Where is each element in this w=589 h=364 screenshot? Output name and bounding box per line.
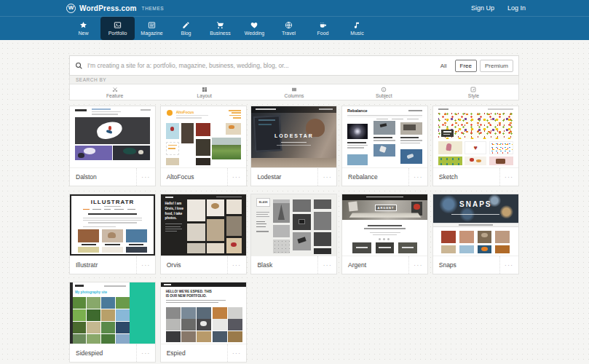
theme-card-dalston[interactable]: Dalston ···	[69, 106, 156, 186]
theme-title: Snaps	[433, 261, 499, 269]
brand-suffix: THEMES	[142, 6, 165, 11]
wordpress-w-icon: W	[66, 4, 76, 13]
theme-title: Lodestar	[251, 173, 317, 181]
theme-title: Illustratr	[70, 261, 136, 269]
theme-menu-button[interactable]: ···	[499, 168, 518, 186]
theme-thumbnail-argent: ARGENT	[342, 194, 427, 256]
layout-icon	[202, 87, 207, 92]
theme-title: Sidespied	[70, 349, 136, 357]
login-link[interactable]: Log In	[507, 4, 526, 12]
search-by-bar: SEARCH BY	[69, 76, 519, 84]
filter-premium-button[interactable]: Premium	[480, 60, 513, 72]
theme-title: Orvis	[161, 261, 227, 269]
search-by-label: SEARCH BY	[76, 77, 106, 82]
theme-title: Sketch	[433, 173, 499, 181]
nav-item-blog[interactable]: Blog	[169, 17, 203, 40]
theme-menu-button[interactable]: ···	[227, 344, 246, 362]
filter-columns[interactable]: Columns	[249, 84, 339, 100]
music-icon	[353, 21, 361, 29]
theme-menu-button[interactable]: ···	[136, 256, 155, 274]
nav-item-music[interactable]: Music	[340, 17, 374, 40]
theme-menu-button[interactable]: ···	[499, 256, 518, 274]
theme-title: Blask	[251, 261, 317, 269]
star-icon	[79, 21, 87, 29]
signup-link[interactable]: Sign Up	[471, 4, 494, 12]
theme-title: AltoFocus	[161, 173, 227, 181]
magazine-icon	[148, 21, 156, 29]
nav-item-portfolio[interactable]: Portfolio	[100, 17, 135, 40]
nav-item-business[interactable]: Business	[203, 17, 237, 40]
feature-icon	[112, 87, 118, 92]
theme-card-snaps[interactable]: SNAPS Snaps ···	[432, 194, 519, 274]
nav-item-new[interactable]: New	[66, 17, 100, 40]
portfolio-icon	[114, 21, 122, 29]
theme-thumbnail-espied: HELLO! WE'RE ESPIED. THIS IS OUR NEW POR…	[161, 282, 246, 344]
cart-icon	[216, 21, 224, 29]
theme-thumbnail-orvis: Hello! I am Orvis, I love food, I take p…	[161, 194, 246, 256]
theme-menu-button[interactable]: ···	[227, 256, 246, 274]
filter-all-button[interactable]: All	[435, 60, 452, 72]
theme-thumbnail-blask: BLASK	[251, 194, 336, 256]
theme-card-sketch[interactable]: ♥ Sketch ···	[432, 106, 519, 186]
filter-subject[interactable]: Subject	[339, 84, 429, 100]
theme-menu-button[interactable]: ···	[317, 168, 336, 186]
theme-card-sidespied[interactable]: My photography site Sidespied	[69, 282, 156, 363]
top-header: W WordPress.com THEMES Sign Up Log In	[0, 0, 589, 16]
category-nav: New Portfolio Magazine Blog Business Wed…	[0, 16, 589, 40]
theme-menu-button[interactable]: ···	[317, 256, 336, 274]
theme-thumbnail-snaps: SNAPS	[433, 194, 518, 256]
columns-icon	[291, 87, 297, 92]
theme-menu-button[interactable]: ···	[408, 168, 427, 186]
search-input[interactable]	[87, 62, 435, 69]
theme-thumbnail-illustratr: ILLUSTRATR	[70, 194, 155, 256]
theme-card-illustratr[interactable]: ILLUSTRATR	[69, 194, 156, 274]
theme-title: Argent	[342, 261, 408, 269]
theme-thumbnail-dalston	[70, 106, 155, 167]
theme-search-bar: All Free Premium	[69, 55, 519, 76]
wordpress-logo[interactable]: W WordPress.com THEMES	[66, 4, 164, 13]
search-by-filters: Feature Layout Columns Subject Style	[69, 84, 519, 100]
filter-free-button[interactable]: Free	[455, 60, 477, 72]
theme-thumbnail-altofocus: AltoFocus	[161, 106, 246, 167]
heart-icon	[250, 21, 258, 29]
brand-name: WordPress.com	[79, 4, 137, 12]
theme-title: Espied	[161, 349, 227, 357]
theme-card-espied[interactable]: HELLO! WE'RE ESPIED. THIS IS OUR NEW POR…	[160, 282, 247, 363]
theme-menu-button[interactable]: ···	[136, 168, 155, 186]
nav-item-magazine[interactable]: Magazine	[135, 17, 169, 40]
theme-card-altofocus[interactable]: AltoFocus	[160, 106, 247, 186]
theme-menu-button[interactable]: ···	[136, 344, 155, 362]
theme-title: Dalston	[70, 173, 136, 181]
search-icon	[75, 62, 83, 70]
nav-item-travel[interactable]: Travel	[272, 17, 306, 40]
theme-thumbnail-rebalance: Rebalance	[342, 106, 427, 167]
filter-layout[interactable]: Layout	[159, 84, 249, 100]
theme-grid: Dalston ··· AltoFocus	[69, 106, 519, 363]
theme-menu-button[interactable]: ···	[227, 168, 246, 186]
theme-card-orvis[interactable]: Hello! I am Orvis, I love food, I take p…	[160, 194, 247, 274]
nav-item-wedding[interactable]: Wedding	[237, 17, 272, 40]
theme-thumbnail-sketch: ♥	[433, 106, 518, 167]
theme-title: Rebalance	[342, 173, 408, 181]
theme-thumbnail-sidespied: My photography site	[70, 282, 155, 344]
theme-thumbnail-lodestar: LODESTAR	[251, 106, 336, 167]
filter-feature[interactable]: Feature	[70, 84, 159, 100]
blog-icon	[182, 21, 190, 29]
theme-card-rebalance[interactable]: Rebalance	[341, 106, 428, 186]
theme-card-blask[interactable]: BLASK	[250, 194, 337, 274]
theme-card-lodestar[interactable]: LODESTAR Lodestar ···	[250, 106, 337, 186]
food-icon	[319, 21, 327, 29]
theme-card-argent[interactable]: ARGENT Argent ···	[341, 194, 428, 274]
globe-icon	[285, 21, 293, 29]
style-icon	[470, 87, 476, 92]
nav-item-food[interactable]: Food	[306, 17, 340, 40]
theme-menu-button[interactable]: ···	[408, 256, 427, 274]
filter-style[interactable]: Style	[429, 84, 518, 100]
subject-icon	[381, 87, 387, 92]
